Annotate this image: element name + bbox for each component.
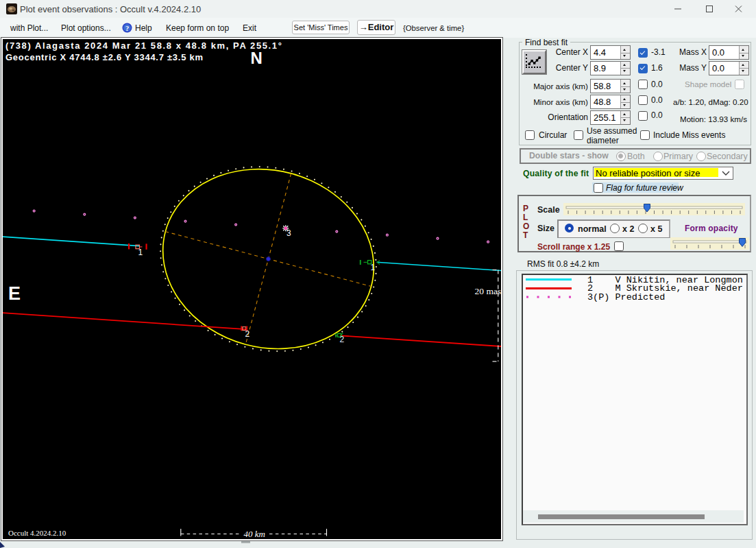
svg-text:20 mas: 20 mas <box>475 286 502 296</box>
svg-text:E: E <box>8 283 21 304</box>
svg-text:2: 2 <box>245 329 250 339</box>
svg-text:Occult 4.2024.2.10: Occult 4.2024.2.10 <box>8 529 66 537</box>
svg-text:N: N <box>251 49 263 67</box>
svg-text:1: 1 <box>138 248 143 257</box>
svg-text:Geocentric X 4744.8 ±2.6 Y: Geocentric X 4744.8 ±2.6 Y 3344.7 ±3.5 k… <box>5 52 204 62</box>
svg-text:(738) Alagasta 2024 Mar 21 5: (738) Alagasta 2024 Mar 21 58.8 x 48.8 k… <box>5 40 282 51</box>
svg-text:?: ? <box>125 25 129 32</box>
svg-text:40 km: 40 km <box>244 529 265 539</box>
svg-text:2: 2 <box>340 335 345 344</box>
svg-text:1: 1 <box>371 263 376 272</box>
svg-text:3: 3 <box>286 228 291 238</box>
